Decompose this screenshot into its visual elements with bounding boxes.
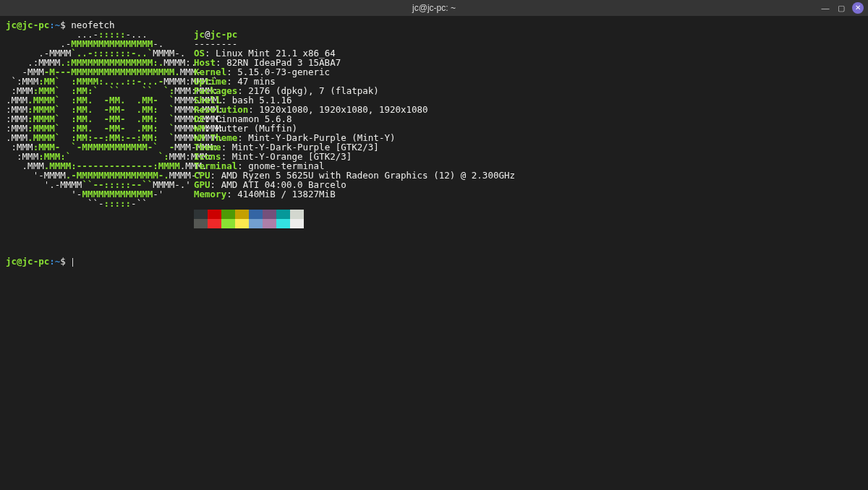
color-swatch <box>235 219 249 228</box>
close-button[interactable]: ✕ <box>852 2 864 14</box>
color-swatch <box>249 210 263 219</box>
minimize-button[interactable]: — <box>820 3 830 13</box>
maximize-button[interactable]: ▢ <box>836 3 846 13</box>
sysinfo-line <box>194 208 304 219</box>
color-swatch <box>276 219 290 228</box>
titlebar[interactable]: jc@jc-pc: ~ — ▢ ✕ <box>0 0 868 16</box>
neofetch-line <box>6 208 862 219</box>
color-swatches-row1 <box>194 210 304 219</box>
color-swatch <box>235 210 249 219</box>
color-swatch <box>194 219 208 228</box>
color-swatch <box>194 210 208 219</box>
info-key: Memory <box>194 189 226 199</box>
neofetch-line: ``-:::::-`` <box>6 199 862 208</box>
color-swatch <box>221 219 235 228</box>
color-swatch <box>263 210 276 219</box>
sysinfo-line <box>194 219 304 228</box>
terminal-window: jc@jc-pc: ~ — ▢ ✕ jc@jc-pc:~$ neofetch .… <box>0 0 868 490</box>
info-value: : 4140MiB / 13827MiB <box>226 189 336 199</box>
color-swatch <box>290 219 304 228</box>
ascii-logo-line: ``-:::::-`` <box>6 199 194 208</box>
color-swatch <box>208 210 221 219</box>
color-swatch <box>221 210 235 219</box>
color-swatch <box>208 219 221 228</box>
color-swatches-row2 <box>194 219 304 228</box>
prompt-user: jc@jc-pc <box>6 256 49 267</box>
color-swatch <box>276 210 290 219</box>
ascii-logo-line <box>6 208 194 219</box>
window-title: jc@jc-pc: ~ <box>0 4 868 12</box>
sysinfo-line: Memory: 4140MiB / 13827MiB <box>194 189 336 199</box>
terminal-content[interactable]: jc@jc-pc:~$ neofetch ...-:::::-...jc@jc-… <box>0 16 868 490</box>
cursor[interactable] <box>72 258 73 267</box>
color-swatch <box>290 210 304 219</box>
color-swatch <box>263 219 276 228</box>
ascii-logo-line <box>6 219 194 228</box>
neofetch-line <box>6 219 862 228</box>
window-controls: — ▢ ✕ <box>820 2 864 14</box>
color-swatch <box>249 219 263 228</box>
